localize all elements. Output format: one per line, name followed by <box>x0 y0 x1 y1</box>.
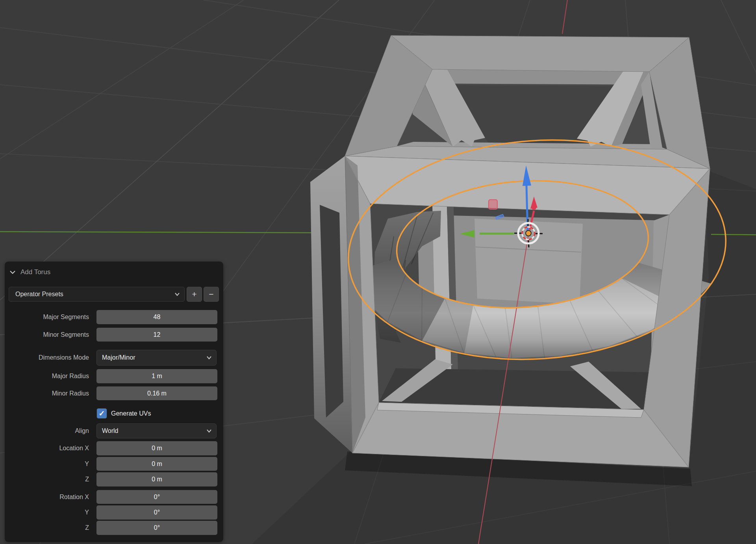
location-y-field[interactable]: 0 m <box>96 457 217 471</box>
field-value: 0.16 m <box>147 390 167 397</box>
preset-remove-button[interactable]: − <box>204 287 219 302</box>
field-label: Major Radius <box>5 369 89 383</box>
location-z-field[interactable]: 0 m <box>96 472 217 486</box>
panel-header: Add Torus <box>5 269 223 275</box>
major-radius-field[interactable]: 1 m <box>96 369 217 383</box>
field-value: 0° <box>154 509 160 516</box>
rotation-z-field[interactable]: 0° <box>96 521 217 535</box>
cursor-center-dot <box>526 230 531 236</box>
blender-window: Add Torus Operator Presets + − Major Seg… <box>0 0 756 544</box>
field-label: Rotation X <box>5 490 89 504</box>
field-label: Y <box>5 505 89 520</box>
field-label: Y <box>5 457 89 471</box>
field-value: 48 <box>154 314 161 321</box>
location-x-field[interactable]: 0 m <box>96 441 217 455</box>
field-label: Major Segments <box>5 310 89 324</box>
field-label: Dimensions Mode <box>5 350 89 366</box>
panel-title: Add Torus <box>20 269 50 275</box>
align-dropdown[interactable]: World <box>96 423 217 438</box>
field-label: Align <box>5 423 89 438</box>
operator-presets-dropdown[interactable]: Operator Presets <box>9 287 185 302</box>
field-label: Minor Radius <box>5 386 89 400</box>
field-value: 0 m <box>152 445 162 452</box>
minor-radius-field[interactable]: 0.16 m <box>96 386 217 400</box>
checkbox-label: Generate UVs <box>111 408 151 419</box>
field-label: Location X <box>5 441 89 455</box>
dropdown-value: Major/Minor <box>102 354 135 361</box>
rotation-y-field[interactable]: 0° <box>96 505 217 520</box>
operator-presets-label: Operator Presets <box>15 291 63 298</box>
field-value: 12 <box>154 331 161 338</box>
field-value: 0° <box>154 494 160 501</box>
chevron-down-icon <box>206 356 212 360</box>
field-value: 0° <box>154 524 160 531</box>
field-label: Z <box>5 521 89 535</box>
field-label: Minor Segments <box>5 328 89 342</box>
field-value: 0 m <box>152 476 162 483</box>
dimensions-mode-dropdown[interactable]: Major/Minor <box>96 350 217 366</box>
field-value: 0 m <box>152 460 162 468</box>
generate-uvs-checkbox[interactable]: ✓ <box>96 408 107 419</box>
chevron-down-icon <box>206 429 212 433</box>
checkmark-icon: ✓ <box>99 409 105 418</box>
major-segments-field[interactable]: 48 <box>96 310 217 324</box>
minor-segments-field[interactable]: 12 <box>96 328 217 342</box>
chevron-down-icon <box>174 292 180 296</box>
gizmo-xz-plane-handle[interactable] <box>489 200 497 209</box>
collapse-chevron-icon[interactable] <box>9 270 16 275</box>
dropdown-value: World <box>102 427 119 434</box>
preset-add-button[interactable]: + <box>187 287 202 302</box>
rotation-x-field[interactable]: 0° <box>96 490 217 504</box>
field-label: Z <box>5 472 89 486</box>
operator-panel-add-torus: Add Torus Operator Presets + − Major Seg… <box>5 262 223 542</box>
field-value: 1 m <box>152 373 162 380</box>
